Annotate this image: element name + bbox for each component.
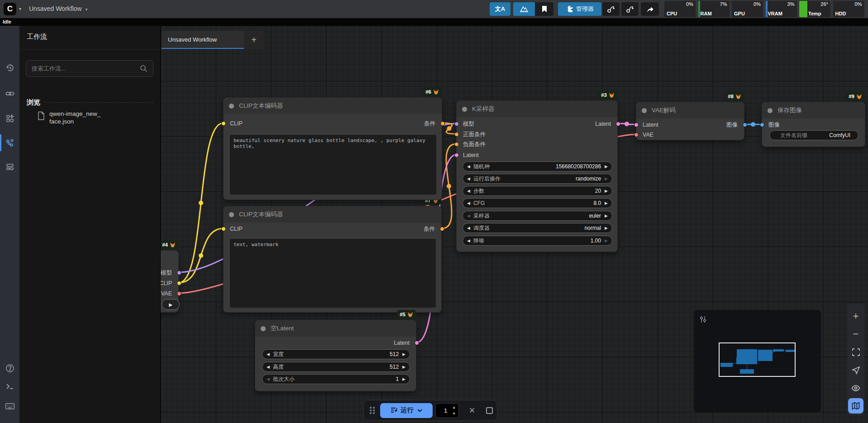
widget-高度[interactable]: ◀高度512▶ bbox=[262, 362, 410, 372]
node-9-保存图像[interactable]: #9保存图像图像文件名前缀ComfyUI bbox=[762, 102, 865, 147]
widget-right-arrow-icon[interactable]: ▶ bbox=[402, 377, 405, 381]
widget-调度器[interactable]: ◀调度器normal▶ bbox=[463, 223, 612, 233]
workflow-title-menu[interactable]: Unsaved Workflow▾ bbox=[29, 5, 87, 12]
collapse-dot[interactable] bbox=[261, 326, 266, 331]
new-tab-button[interactable]: + bbox=[244, 31, 264, 49]
node-7-CLIP文本编码器[interactable]: #7CLIP文本编码器CLIP条件text, watermark bbox=[223, 206, 442, 313]
node-header[interactable]: CLIP文本编码器 bbox=[224, 206, 441, 223]
widget-文件名前缀[interactable]: 文件名前缀ComfyUI bbox=[769, 130, 858, 140]
node-header[interactable]: K采样器 bbox=[457, 101, 617, 117]
widget-采样器[interactable]: ◀采样器euler▶ bbox=[463, 211, 612, 221]
widget-right-arrow-icon[interactable]: ▶ bbox=[605, 176, 608, 181]
widget-left-arrow-icon[interactable]: ◀ bbox=[467, 201, 470, 205]
widget-right-arrow-icon[interactable]: ▶ bbox=[402, 352, 405, 356]
clear-queue-button[interactable]: ✕ bbox=[469, 406, 475, 415]
count-up-stepper[interactable]: ▲ bbox=[452, 405, 456, 409]
output-slot-Latent[interactable] bbox=[415, 341, 419, 345]
shortcuts-button[interactable] bbox=[1, 398, 18, 414]
prompt-textarea[interactable]: text, watermark bbox=[230, 239, 436, 308]
widget-right-arrow-icon[interactable]: ▶ bbox=[605, 201, 608, 205]
input-slot-CLIP[interactable] bbox=[221, 227, 226, 231]
fit-view-button[interactable] bbox=[848, 343, 863, 361]
browse-section[interactable]: 浏览 bbox=[27, 98, 153, 107]
node-header[interactable]: CLIP文本编码器 bbox=[224, 98, 442, 114]
edge-midpoint-dot[interactable] bbox=[199, 253, 203, 258]
edge-midpoint-dot[interactable] bbox=[751, 122, 755, 127]
widget-right-arrow-icon[interactable]: ▶ bbox=[605, 164, 608, 169]
help-button[interactable] bbox=[1, 360, 18, 376]
output-slot-图像[interactable] bbox=[743, 123, 747, 127]
node-header[interactable]: VAE解码 bbox=[636, 102, 744, 119]
input-slot-VAE[interactable] bbox=[634, 133, 639, 137]
workflow-file-item[interactable]: qwen-image_new_face.json bbox=[38, 110, 153, 125]
widget-left-arrow-icon[interactable]: ◀ bbox=[267, 352, 270, 356]
node-8-VAE解码[interactable]: #8VAE解码LatentVAE图像 bbox=[636, 102, 744, 140]
collapse-dot[interactable] bbox=[229, 212, 234, 217]
tab-history[interactable] bbox=[1, 59, 18, 76]
input-slot-正面条件[interactable] bbox=[454, 132, 459, 137]
input-slot-Latent[interactable] bbox=[634, 123, 639, 127]
output-slot-条件[interactable] bbox=[440, 121, 445, 126]
input-slot-Latent[interactable] bbox=[454, 153, 459, 157]
clear-cache-button[interactable] bbox=[621, 2, 639, 16]
widget-降噪[interactable]: ◀降噪1.00▶ bbox=[463, 236, 612, 246]
node-5-空Latent[interactable]: #5空LatentLatent◀宽度512▶◀高度512▶◀批次大小1▶ bbox=[255, 320, 416, 391]
widget-运行后操作[interactable]: ◀运行后操作randomize▶ bbox=[463, 174, 612, 184]
tab-queue[interactable] bbox=[1, 158, 18, 175]
input-slot-CLIP[interactable] bbox=[221, 121, 226, 126]
zoom-out-button[interactable]: − bbox=[848, 325, 863, 343]
bookmark-button[interactable] bbox=[535, 2, 553, 16]
prompt-textarea[interactable]: beautiful scenery nature glass bottle la… bbox=[230, 135, 436, 195]
node-3-K采样器[interactable]: #3K采样器模型正面条件负面条件LatentLatent◀随机种15668020… bbox=[456, 100, 618, 252]
tab-templates[interactable] bbox=[1, 110, 18, 127]
run-button[interactable]: 运行 bbox=[380, 403, 433, 418]
output-slot-VAE[interactable] bbox=[177, 291, 181, 296]
play-button[interactable]: ▶ bbox=[162, 299, 180, 310]
output-slot-模型[interactable] bbox=[177, 271, 181, 275]
toggle-visibility-button[interactable] bbox=[848, 379, 863, 397]
graph-canvas[interactable]: Unsaved Workflow + #4模型CLIPVAE▶#7CLIP文本编… bbox=[161, 26, 868, 423]
widget-left-arrow-icon[interactable]: ◀ bbox=[467, 238, 470, 243]
widget-批次大小[interactable]: ◀批次大小1▶ bbox=[262, 374, 410, 384]
widget-left-arrow-icon[interactable]: ◀ bbox=[267, 365, 270, 369]
clear-vram-button[interactable] bbox=[602, 2, 620, 16]
widget-right-arrow-icon[interactable]: ▶ bbox=[605, 238, 608, 243]
run-count-input[interactable]: 1 ▲ ▼ bbox=[435, 403, 459, 418]
drag-handle-icon[interactable]: ●●●●●● bbox=[369, 406, 376, 414]
input-slot-模型[interactable] bbox=[454, 122, 459, 126]
terminal-button[interactable] bbox=[1, 378, 18, 394]
widget-right-arrow-icon[interactable]: ▶ bbox=[605, 189, 608, 193]
collapse-dot[interactable] bbox=[642, 108, 647, 113]
input-slot-图像[interactable] bbox=[760, 123, 764, 127]
manager-button[interactable]: 管理器 bbox=[558, 2, 601, 16]
input-slot-负面条件[interactable] bbox=[454, 142, 459, 147]
node-header[interactable]: 保存图像 bbox=[762, 102, 865, 119]
widget-right-arrow-icon[interactable]: ▶ bbox=[605, 226, 608, 230]
collapse-dot[interactable] bbox=[462, 107, 467, 112]
workflow-search-input[interactable]: 搜索工作流... bbox=[26, 60, 153, 77]
widget-right-arrow-icon[interactable]: ▶ bbox=[402, 365, 405, 369]
tab-workflows[interactable] bbox=[1, 134, 18, 151]
edge-midpoint-dot[interactable] bbox=[447, 184, 451, 189]
workflow-tab[interactable]: Unsaved Workflow bbox=[162, 31, 244, 49]
widget-随机种[interactable]: ◀随机种156680208700286▶ bbox=[463, 162, 612, 171]
widget-left-arrow-icon[interactable]: ◀ bbox=[467, 189, 470, 193]
collapse-dot[interactable] bbox=[768, 108, 773, 113]
count-down-stepper[interactable]: ▼ bbox=[452, 412, 456, 416]
widget-CFG[interactable]: ◀CFG8.0▶ bbox=[463, 198, 612, 208]
widget-left-arrow-icon[interactable]: ◀ bbox=[467, 164, 470, 169]
gallery-button[interactable] bbox=[513, 2, 535, 16]
node-4[interactable]: #4模型CLIPVAE▶ bbox=[161, 250, 179, 313]
pan-mode-button[interactable] bbox=[848, 361, 863, 379]
widget-步数[interactable]: ◀步数20▶ bbox=[463, 186, 612, 196]
node-6-CLIP文本编码器[interactable]: #6CLIP文本编码器CLIP条件beautiful scenery natur… bbox=[223, 97, 442, 200]
tab-model-library[interactable] bbox=[1, 85, 18, 102]
widget-left-arrow-icon[interactable]: ◀ bbox=[467, 176, 470, 181]
share-button[interactable] bbox=[641, 2, 659, 16]
widget-left-arrow-icon[interactable]: ◀ bbox=[467, 226, 470, 230]
widget-left-arrow-icon[interactable]: ◀ bbox=[267, 377, 270, 381]
minimap[interactable] bbox=[694, 310, 821, 412]
output-slot-CLIP[interactable] bbox=[177, 281, 181, 285]
edge-midpoint-dot[interactable] bbox=[447, 126, 452, 131]
zoom-in-button[interactable]: ＋ bbox=[848, 307, 863, 325]
